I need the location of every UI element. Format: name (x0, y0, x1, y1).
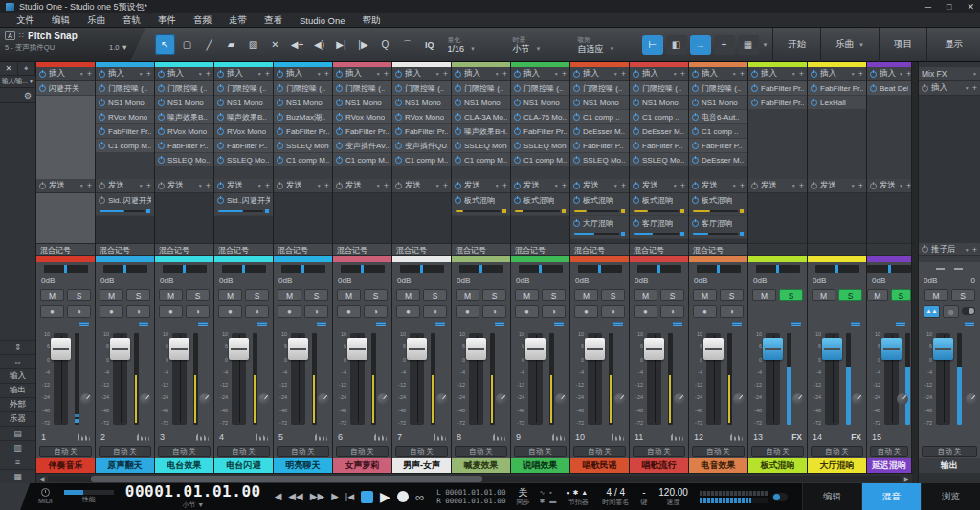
send-level-slider[interactable] (689, 230, 747, 238)
monitor-button[interactable]: ◑ (364, 305, 388, 318)
power-icon[interactable] (573, 128, 580, 135)
volume-readout[interactable]: 0dB (813, 277, 826, 285)
insert-slot[interactable]: 变声插件QU.. (392, 139, 451, 153)
insert-slot[interactable]: 门限控噪 (.. (630, 81, 688, 96)
insert-slot[interactable]: NS1 Mono (452, 96, 510, 110)
scroll-left-icon[interactable]: ◀ (36, 476, 48, 482)
gain-knob[interactable] (199, 393, 211, 405)
scroll-right-icon[interactable]: ▶ (901, 476, 912, 482)
insert-slot[interactable]: NS1 Mono (96, 96, 154, 110)
minimize-button[interactable]: ─ (925, 2, 931, 11)
power-icon[interactable] (870, 183, 877, 189)
power-icon[interactable] (217, 143, 224, 149)
add-insert-button[interactable]: + (384, 69, 389, 78)
record-button[interactable] (397, 491, 409, 502)
volume-readout[interactable]: 0dB (872, 277, 885, 285)
pan-slider[interactable] (333, 262, 391, 275)
power-icon[interactable] (455, 183, 461, 189)
master-fader[interactable]: 1060-4-12-24-48-72 (919, 328, 980, 430)
record-arm-button[interactable]: ● (218, 305, 242, 318)
add-insert-button[interactable]: + (206, 69, 211, 78)
monitor-button[interactable]: ◑ (126, 305, 150, 318)
solo-button[interactable]: S (660, 289, 684, 301)
mute-button[interactable]: M (218, 289, 242, 301)
chevron-down-icon[interactable]: ▼ (791, 183, 796, 188)
send-level-slider[interactable] (689, 207, 747, 215)
menu-item-6[interactable]: 走带 (220, 14, 256, 27)
channel-name[interactable]: 唱歌民谣 (570, 458, 629, 473)
return-to-start-button[interactable]: |◀ (345, 492, 354, 501)
automation-mode-button[interactable]: 自动 关 (870, 446, 908, 457)
power-icon[interactable] (395, 157, 402, 164)
sends-header[interactable]: 发送 ▼ + (214, 179, 273, 193)
sends-header[interactable]: 发送 ▼ + (36, 179, 95, 193)
chevron-down-icon[interactable]: ▼ (851, 183, 856, 188)
power-icon[interactable] (514, 71, 521, 78)
send-slot[interactable]: 板式混响 (452, 193, 510, 216)
solo-button[interactable]: S (891, 289, 912, 301)
power-icon[interactable] (158, 128, 165, 135)
channel-strip-4[interactable]: 插入 ▼ + 门限控噪 (.. NS1 Mono 噪声效果B.. RVox Mo… (214, 62, 274, 473)
power-icon[interactable] (692, 100, 699, 106)
power-icon[interactable] (277, 71, 283, 78)
rail-icon-3[interactable]: ▦ (0, 469, 35, 483)
insert-slot[interactable]: FabFilter Pr.. (392, 124, 451, 139)
insert-slot[interactable]: FabFilter P.. (630, 139, 688, 153)
insert-slot[interactable]: LexHall (808, 96, 866, 110)
sends-header[interactable]: 发送 ▼ + (274, 179, 332, 193)
mute-button[interactable]: M (867, 289, 888, 301)
inserts-header[interactable]: 插入 ▼ + (452, 67, 510, 81)
pan-slider[interactable] (630, 262, 688, 275)
master-pan-readout[interactable]: 0 (971, 277, 975, 285)
song-button[interactable]: 乐曲▼ (820, 28, 879, 62)
maximize-button[interactable]: □ (947, 2, 951, 11)
sends-header[interactable]: 发送 ▼ + (96, 179, 154, 193)
power-icon[interactable] (514, 85, 521, 92)
range-tool[interactable]: ▢ (177, 34, 197, 55)
inserts-header[interactable]: 插入 ▼ + (36, 67, 95, 81)
send-level-slider[interactable] (630, 230, 688, 238)
gain-knob[interactable] (140, 393, 151, 405)
add-insert-button[interactable]: + (740, 69, 745, 78)
record-arm-button[interactable]: ● (396, 305, 420, 318)
inserts-header[interactable]: 插入 ▼ + (333, 67, 391, 81)
insert-slot[interactable]: 噪声效果BH.. (452, 124, 510, 139)
tempo-display[interactable]: 120.00 速度 (653, 487, 694, 506)
power-icon[interactable] (514, 183, 521, 189)
power-icon[interactable] (336, 114, 343, 121)
power-icon[interactable] (336, 157, 343, 164)
mute-button[interactable]: M (752, 289, 776, 301)
chevron-down-icon[interactable]: ▼ (554, 183, 559, 188)
channel-strip-9[interactable]: 插入 ▼ + 门限控噪 (.. NS1 Mono CLA-76 Mo.. Fab… (511, 62, 570, 473)
inserts-header[interactable]: 插入 ▼ + (274, 67, 332, 81)
fader-handle[interactable] (169, 338, 189, 360)
gain-knob[interactable] (318, 393, 329, 405)
power-icon[interactable] (158, 114, 165, 121)
pan-slider[interactable] (392, 262, 451, 275)
power-icon[interactable] (633, 143, 639, 149)
add-insert-button[interactable]: + (562, 69, 567, 78)
gain-knob[interactable] (377, 393, 389, 405)
solo-button[interactable]: S (542, 289, 566, 301)
insert-slot[interactable]: 门限控噪 (.. (392, 81, 451, 96)
channel-strip-14[interactable]: 插入 ▼ + FabFilter Pr.. LexHall 发送 ▼ + (808, 62, 867, 473)
power-icon[interactable] (277, 85, 283, 92)
record-arm-button[interactable]: ● (278, 305, 301, 318)
channel-fader[interactable]: 1060-4-12-24-48-72 (36, 328, 95, 430)
send-slot[interactable]: 板式混响 (689, 193, 747, 216)
automation-mode-button[interactable]: 自动 关 (158, 446, 211, 457)
add-send-button[interactable]: + (621, 181, 626, 190)
insert-slot[interactable]: NS1 Mono (274, 96, 332, 110)
insert-slot[interactable]: FabFilter P.. (155, 139, 213, 153)
chevron-down-icon[interactable]: ▼ (673, 183, 678, 188)
insert-slot[interactable]: NS1 Mono (392, 96, 451, 110)
mute-button[interactable]: M (812, 289, 835, 301)
insert-slot[interactable]: C1 comp M.. (452, 153, 510, 167)
chevron-down-icon[interactable]: ▼ (899, 71, 903, 77)
chevron-down-icon[interactable]: ▼ (317, 71, 322, 77)
power-icon[interactable] (455, 157, 461, 164)
channel-strip-1[interactable]: 插入 ▼ + 闪避开关 发送 ▼ + 混合记号 0dB (36, 62, 96, 473)
inserts-header[interactable]: 插入 ▼ + (392, 67, 451, 81)
power-icon[interactable] (39, 85, 46, 92)
power-icon[interactable] (922, 85, 928, 92)
